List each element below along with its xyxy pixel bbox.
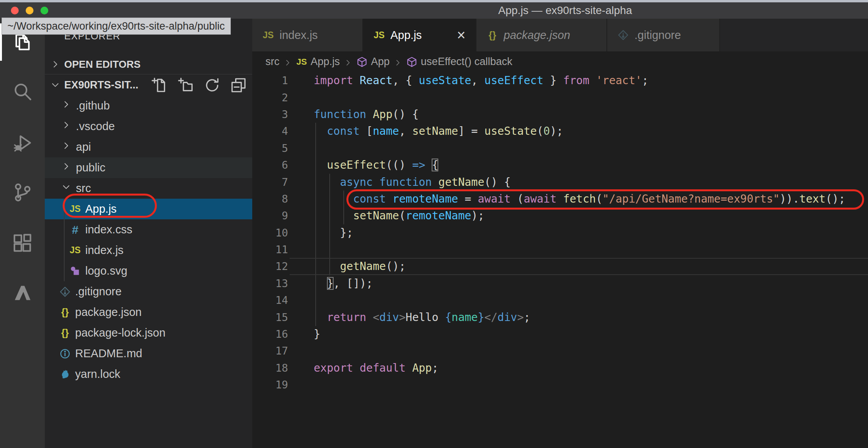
- code-line-16[interactable]: 16}: [252, 326, 868, 342]
- tree-item-label: package-lock.json: [75, 326, 165, 339]
- svg-file-icon: [69, 265, 81, 277]
- open-editors-section[interactable]: OPEN EDITORS: [45, 55, 252, 74]
- line-number[interactable]: 4: [252, 125, 288, 137]
- tree-item-package-lock-json[interactable]: {}package-lock.json: [45, 323, 252, 343]
- refresh-button[interactable]: [204, 77, 220, 93]
- token: [366, 108, 373, 121]
- code-line-8[interactable]: 8 const remoteName = await (await fetch(…: [252, 190, 868, 207]
- line-number[interactable]: 11: [252, 243, 288, 256]
- info-file-icon: [59, 348, 71, 360]
- line-number[interactable]: 7: [252, 176, 288, 188]
- code-line-5[interactable]: 5: [252, 140, 868, 157]
- line-number[interactable]: 15: [252, 311, 288, 323]
- tree-item-api[interactable]: api: [45, 137, 252, 157]
- new-file-button[interactable]: [151, 77, 167, 93]
- code-line-6[interactable]: 6 useEffect(() => {: [252, 157, 868, 173]
- tab-package-json[interactable]: {}package.json: [476, 19, 607, 51]
- line-number[interactable]: 2: [252, 92, 288, 104]
- breadcrumb-item-src[interactable]: src: [265, 56, 279, 68]
- code-line-17[interactable]: 17: [252, 342, 868, 359]
- code-line-4[interactable]: 4 const [name, setName] = useState(0);: [252, 123, 868, 139]
- tree-item-app-js[interactable]: JSApp.js: [45, 199, 252, 219]
- code-text: useEffect(() => {: [288, 159, 438, 171]
- line-number[interactable]: 12: [252, 260, 288, 272]
- token: App: [373, 108, 393, 121]
- line-number[interactable]: 3: [252, 108, 288, 120]
- zoom-button[interactable]: [40, 7, 48, 14]
- tree-item-package-json[interactable]: {}package.json: [45, 302, 252, 323]
- project-section-header[interactable]: EX90RTS-SIT...: [45, 74, 252, 95]
- line-number[interactable]: 17: [252, 345, 288, 357]
- line-number[interactable]: 8: [252, 193, 288, 205]
- code-line-12[interactable]: 12 getName();: [252, 258, 868, 275]
- line-number[interactable]: 1: [252, 74, 288, 86]
- token: setName: [412, 125, 458, 138]
- tree-item-label: yarn.lock: [75, 368, 120, 381]
- code-line-14[interactable]: 14: [252, 292, 868, 309]
- activity-item-search[interactable]: [0, 73, 45, 110]
- minimize-button[interactable]: [26, 7, 33, 14]
- breadcrumb-item-app-js[interactable]: JSApp.js: [296, 56, 340, 68]
- code-text: const remoteName = await (await fetch("/…: [288, 192, 845, 205]
- tree-item--github[interactable]: .github: [45, 95, 252, 116]
- line-number[interactable]: 13: [252, 277, 288, 289]
- code-line-15[interactable]: 15 return <div>Hello {name}</div>;: [252, 309, 868, 325]
- line-number[interactable]: 5: [252, 142, 288, 154]
- tree-item-readme-md[interactable]: README.md: [45, 343, 252, 364]
- code-area[interactable]: 1import React, { useState, useEffect } f…: [252, 72, 868, 393]
- code-line-19[interactable]: 19: [252, 376, 868, 393]
- tab-index-js[interactable]: JSindex.js: [252, 19, 363, 51]
- close-button[interactable]: [11, 7, 19, 14]
- token: App: [412, 362, 432, 374]
- code-line-3[interactable]: 3function App() {: [252, 106, 868, 123]
- token: );: [471, 209, 485, 222]
- tree-item--gitignore[interactable]: .gitignore: [45, 281, 252, 302]
- line-number[interactable]: 19: [252, 379, 288, 391]
- tab--gitignore[interactable]: .gitignore: [607, 19, 720, 51]
- tab-label: App.js: [390, 29, 422, 42]
- code-line-2[interactable]: 2: [252, 89, 868, 106]
- tree-item-index-js[interactable]: JSindex.js: [45, 240, 252, 261]
- token: "/api/GetName?name=ex90rts": [603, 192, 780, 205]
- breadcrumb-item-app[interactable]: App: [356, 56, 390, 68]
- collapse-all-button[interactable]: [230, 77, 247, 93]
- code-line-9[interactable]: 9 setName(remoteName);: [252, 207, 868, 224]
- line-number[interactable]: 16: [252, 328, 288, 340]
- line-number[interactable]: 9: [252, 210, 288, 222]
- tree-item-yarn-lock[interactable]: yarn.lock: [45, 364, 252, 385]
- close-tab-icon[interactable]: ×: [456, 28, 466, 42]
- tree-item--vscode[interactable]: .vscode: [45, 116, 252, 137]
- tree-item-src[interactable]: src: [45, 178, 252, 199]
- code-line-1[interactable]: 1import React, { useState, useEffect } f…: [252, 72, 868, 89]
- line-number[interactable]: 6: [252, 159, 288, 171]
- tab-app-js[interactable]: JSApp.js×: [363, 19, 476, 51]
- line-number[interactable]: 10: [252, 227, 288, 239]
- window-title: App.js — ex90rts-site-alpha: [498, 4, 632, 17]
- token: [314, 176, 340, 189]
- line-number[interactable]: 14: [252, 294, 288, 306]
- token: from: [563, 74, 589, 87]
- activity-item-source-control[interactable]: [0, 174, 45, 211]
- token: getName: [438, 176, 484, 189]
- line-number[interactable]: 18: [252, 362, 288, 374]
- activity-item-azure[interactable]: [0, 274, 45, 312]
- activity-item-extensions[interactable]: [0, 224, 45, 262]
- token: Hello: [406, 311, 445, 324]
- tree-item-index-css[interactable]: #index.css: [45, 219, 252, 240]
- token: ,: [399, 125, 412, 138]
- code-line-11[interactable]: 11: [252, 241, 868, 258]
- code-line-18[interactable]: 18export default App;: [252, 360, 868, 376]
- new-folder-button[interactable]: [177, 77, 194, 93]
- code-line-7[interactable]: 7 async function getName() {: [252, 173, 868, 190]
- token: fetch: [563, 192, 596, 205]
- breadcrumb-item-useeffect-callback[interactable]: useEffect() callback: [406, 56, 512, 68]
- chevron-right-icon: [61, 161, 71, 174]
- bracket-match: {: [432, 159, 438, 171]
- tree-item-logo-svg[interactable]: logo.svg: [45, 261, 252, 281]
- code-line-13[interactable]: 13 }, []);: [252, 275, 868, 292]
- js-file-icon: JS: [68, 202, 82, 216]
- tree-item-public[interactable]: public: [45, 157, 252, 178]
- tree-item-label: .github: [76, 99, 110, 112]
- code-line-10[interactable]: 10 };: [252, 224, 868, 241]
- activity-item-run-debug[interactable]: [0, 124, 45, 162]
